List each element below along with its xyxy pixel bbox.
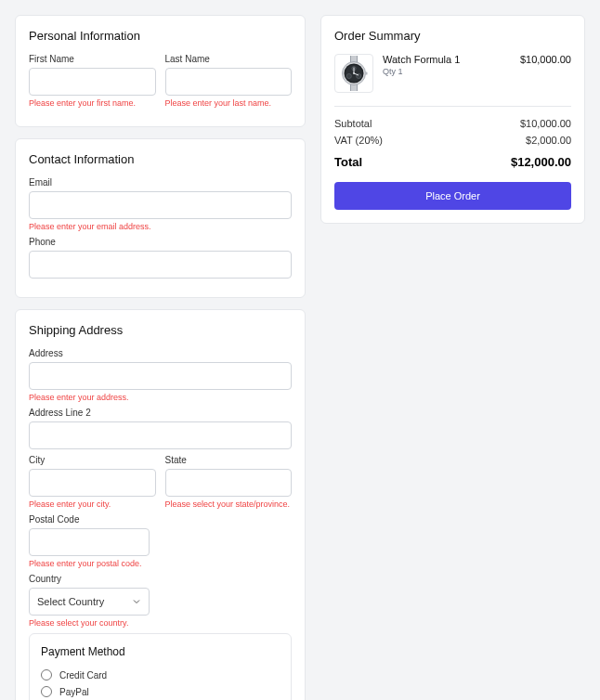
payment-title: Payment Method xyxy=(41,645,280,658)
postal-error: Please enter your postal code. xyxy=(29,559,292,568)
postal-label: Postal Code xyxy=(29,514,292,525)
city-error: Please enter your city. xyxy=(29,499,156,509)
svg-rect-5 xyxy=(357,84,358,91)
subtotal-label: Subtotal xyxy=(334,118,372,129)
country-select[interactable]: Select Country xyxy=(29,588,150,616)
personal-info-title: Personal Information xyxy=(29,29,292,43)
svg-rect-15 xyxy=(365,72,368,75)
phone-label: Phone xyxy=(29,237,292,247)
product-price: $10,000.00 xyxy=(520,54,571,65)
product-qty: Qty 1 xyxy=(383,67,511,76)
address-error: Please enter your address. xyxy=(29,393,292,402)
payment-paypal-label: PayPal xyxy=(59,687,89,697)
vat-label: VAT (20%) xyxy=(334,135,383,146)
place-order-button[interactable]: Place Order xyxy=(334,182,571,210)
subtotal-value: $10,000.00 xyxy=(520,118,571,129)
email-error: Please enter your email address. xyxy=(29,222,292,231)
shipping-title: Shipping Address xyxy=(29,323,292,337)
product-image xyxy=(334,54,373,93)
total-label: Total xyxy=(334,155,362,169)
order-summary-section: Order Summary xyxy=(320,15,585,224)
state-label: State xyxy=(165,455,293,465)
svg-rect-2 xyxy=(357,56,358,62)
state-error: Please select your state/province. xyxy=(165,499,293,509)
svg-point-14 xyxy=(353,72,355,74)
last-name-label: Last Name xyxy=(165,54,293,64)
total-value: $12,000.00 xyxy=(511,155,571,169)
email-label: Email xyxy=(29,177,292,188)
contact-info-title: Contact Information xyxy=(29,152,292,166)
address2-label: Address Line 2 xyxy=(29,408,292,418)
city-label: City xyxy=(29,455,156,465)
address-label: Address xyxy=(29,348,292,358)
product-name: Watch Formula 1 xyxy=(383,54,511,65)
state-input[interactable] xyxy=(165,469,293,497)
personal-info-section: Personal Information First Name Please e… xyxy=(15,15,306,127)
phone-input[interactable] xyxy=(29,251,292,279)
svg-rect-1 xyxy=(350,56,351,62)
country-error: Please select your country. xyxy=(29,618,292,628)
last-name-error: Please enter your last name. xyxy=(165,98,293,108)
order-item: Watch Formula 1 Qty 1 $10,000.00 xyxy=(334,54,571,107)
postal-input[interactable] xyxy=(29,528,150,556)
payment-credit-radio[interactable] xyxy=(41,669,52,681)
payment-credit-label: Credit Card xyxy=(59,670,107,681)
first-name-error: Please enter your first name. xyxy=(29,98,156,108)
email-input[interactable] xyxy=(29,191,292,219)
payment-paypal-radio[interactable] xyxy=(41,686,52,697)
country-select-value: Select Country xyxy=(37,596,104,607)
svg-rect-4 xyxy=(350,84,351,91)
country-label: Country xyxy=(29,574,292,584)
city-input[interactable] xyxy=(29,469,156,497)
svg-rect-3 xyxy=(351,84,357,91)
contact-info-section: Contact Information Email Please enter y… xyxy=(15,138,306,298)
first-name-label: First Name xyxy=(29,54,156,64)
svg-point-9 xyxy=(346,73,351,78)
order-summary-title: Order Summary xyxy=(334,29,571,43)
shipping-section: Shipping Address Address Please enter yo… xyxy=(15,309,306,700)
vat-value: $2,000.00 xyxy=(526,135,571,146)
first-name-input[interactable] xyxy=(29,68,156,96)
last-name-input[interactable] xyxy=(165,68,293,96)
payment-section: Payment Method Credit Card PayPal Please… xyxy=(29,633,292,700)
svg-rect-0 xyxy=(351,56,357,62)
address-input[interactable] xyxy=(29,362,292,390)
address2-input[interactable] xyxy=(29,421,292,449)
